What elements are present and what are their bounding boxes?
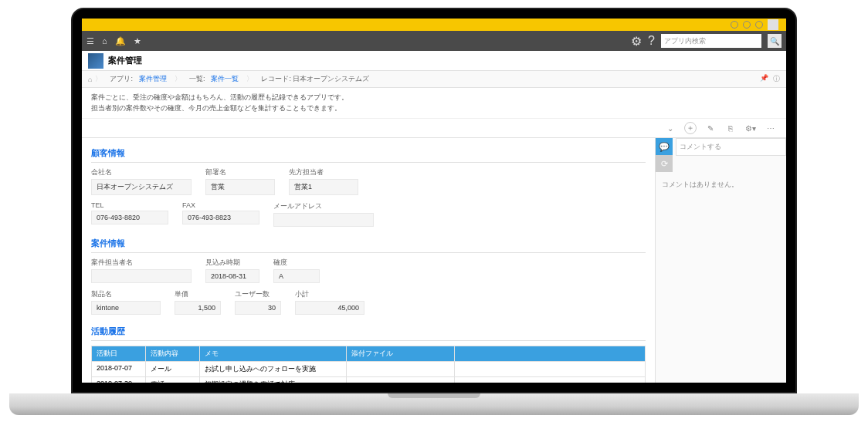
gear-dropdown-icon[interactable]: ⚙▾: [744, 122, 757, 134]
value-unit: 1,500: [175, 301, 221, 315]
section-history: 活動履歴: [91, 321, 646, 341]
table-row: 2018-07-07 メール お試し申し込みへのフォローを実施: [92, 361, 645, 376]
breadcrumb-record: レコード: 日本オープンシステムズ: [256, 74, 374, 84]
value-tel: 076-493-8820: [91, 211, 168, 224]
section-customer: 顧客情報: [91, 143, 646, 163]
label-tel: TEL: [91, 201, 168, 209]
global-navbar: ☰ ⌂ 🔔 ★ ⚙ ? アプリ内検索 🔍: [82, 31, 786, 51]
comment-input[interactable]: コメントする: [676, 138, 786, 156]
value-expected: 2018-08-31: [205, 269, 259, 283]
info-icon[interactable]: ⓘ: [773, 74, 780, 84]
add-record-button[interactable]: ＋: [684, 122, 697, 134]
record-toolbar: ⌄ ＋ ✎ ⎘ ⚙▾ ⋯: [82, 119, 786, 138]
value-email: [273, 213, 374, 227]
label-dept: 部署名: [205, 167, 275, 177]
search-button[interactable]: 🔍: [768, 34, 782, 48]
table-row: 2018-07-30 電話 初期設定の課題を電話で対応: [92, 376, 645, 383]
value-users: 30: [235, 301, 281, 315]
search-input[interactable]: アプリ内検索: [661, 34, 761, 48]
home-icon[interactable]: ⌂: [102, 36, 107, 46]
value-product: kintone: [91, 301, 161, 315]
record-body: 顧客情報 会社名 日本オープンシステムズ 部署名 営業 先方担当者 営業1: [82, 138, 655, 383]
copy-icon[interactable]: ⎘: [724, 122, 737, 134]
label-expected: 見込み時期: [205, 258, 259, 268]
value-contact: 営業1: [289, 179, 358, 195]
breadcrumb: ⌂ 〉 アプリ:案件管理 〉 一覧:案件一覧 〉 レコード: 日本オープンシステ…: [82, 71, 786, 88]
th-type: 活動内容: [146, 346, 200, 361]
topbar-icon-3[interactable]: [755, 21, 763, 29]
chevron-down-icon[interactable]: ⌄: [664, 122, 676, 134]
topbar-icon-2[interactable]: [743, 21, 751, 29]
gear-icon[interactable]: ⚙: [631, 34, 642, 49]
label-owner: 案件担当者名: [91, 258, 192, 268]
label-fax: FAX: [182, 201, 259, 209]
label-prob: 確度: [273, 258, 320, 268]
value-prob: A: [273, 269, 320, 283]
topbar-icon-1[interactable]: [731, 21, 738, 29]
history-tab-icon[interactable]: ⟳: [656, 155, 673, 172]
app-description: 案件ごとに、受注の確度や金額はもちろん、活動の履歴も記録できるアプリです。 担当…: [82, 88, 786, 119]
app-header: 案件管理: [82, 51, 786, 71]
value-dept: 営業: [205, 179, 275, 195]
bell-icon[interactable]: 🔔: [115, 36, 126, 46]
edit-icon[interactable]: ✎: [704, 122, 717, 134]
value-company: 日本オープンシステムズ: [91, 179, 192, 195]
brand-topbar: [82, 19, 786, 31]
label-company: 会社名: [91, 167, 192, 177]
label-users: ユーザー数: [235, 289, 281, 299]
label-unit: 単価: [175, 289, 221, 299]
th-memo: メモ: [200, 346, 347, 361]
menu-icon[interactable]: ☰: [86, 36, 94, 46]
label-contact: 先方担当者: [289, 167, 358, 177]
label-subtotal: 小計: [295, 289, 364, 299]
breadcrumb-list[interactable]: 一覧:案件一覧: [185, 74, 244, 84]
pin-icon[interactable]: 📌: [760, 74, 768, 84]
comment-empty: コメントはありません。: [656, 172, 786, 197]
breadcrumb-app[interactable]: アプリ:案件管理: [105, 74, 171, 84]
value-fax: 076-493-8823: [182, 211, 259, 224]
history-table: 活動日 活動内容 メモ 添付ファイル 2018-07-07 メール お試し申し込…: [91, 346, 646, 383]
label-email: メールアドレス: [273, 201, 374, 211]
value-owner: [91, 269, 192, 283]
comment-sidebar: 💬 ⟳ コメントする コメントはありません。: [655, 138, 786, 383]
th-date: 活動日: [92, 346, 146, 361]
label-product: 製品名: [91, 289, 161, 299]
star-icon[interactable]: ★: [134, 36, 141, 46]
laptop-base: [9, 393, 859, 415]
section-project: 案件情報: [91, 233, 646, 253]
app-title: 案件管理: [108, 55, 142, 66]
app-icon: [88, 53, 103, 69]
more-icon[interactable]: ⋯: [765, 122, 777, 134]
breadcrumb-home-icon[interactable]: ⌂: [88, 76, 92, 83]
th-file: 添付ファイル: [347, 346, 455, 361]
help-icon[interactable]: ?: [648, 34, 655, 48]
value-subtotal: 45,000: [295, 301, 364, 315]
comment-tab-icon[interactable]: 💬: [656, 138, 673, 155]
user-avatar[interactable]: [768, 19, 778, 30]
